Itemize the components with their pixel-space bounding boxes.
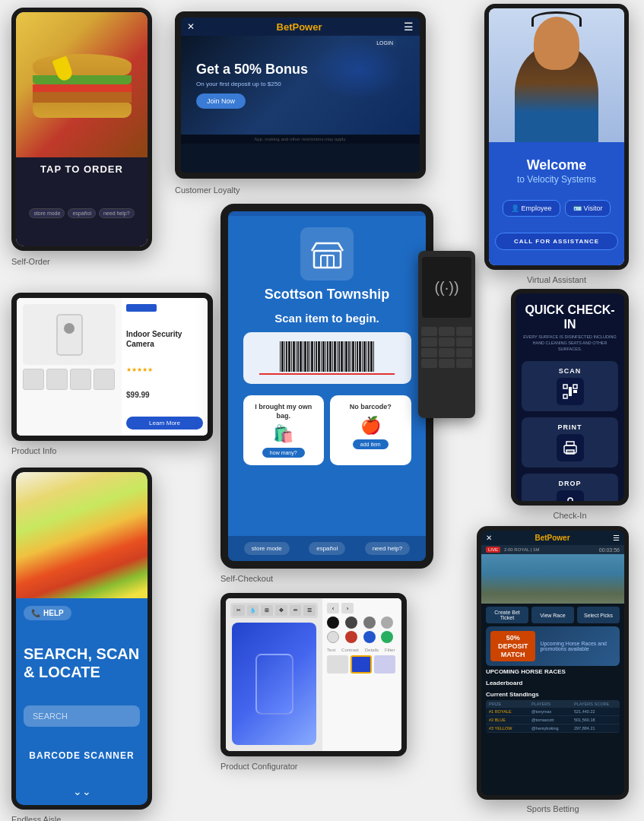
checkin-drop-option[interactable]: DROP xyxy=(522,474,618,501)
deposit-badge: 50% DEPOSIT MATCH xyxy=(490,631,535,661)
sports-race-info: 2:00 ROYAL | 1M xyxy=(504,547,539,552)
terminal-key-0[interactable] xyxy=(439,359,455,368)
config-menu-icon[interactable]: ☰ xyxy=(303,605,316,616)
config-tool-edit[interactable]: ✏ xyxy=(290,605,302,616)
terminal-key-7[interactable] xyxy=(421,348,437,357)
create-bet-ticket-button[interactable]: Create Bet Ticket xyxy=(486,607,528,623)
config-label-text: Text xyxy=(327,648,335,652)
checkin-subtitle: EVERY SURFACE IS DISINFECTED INCLUDING H… xyxy=(522,334,618,352)
espanol-pill[interactable]: español xyxy=(68,208,96,218)
add-item-button[interactable]: add item xyxy=(353,439,389,449)
login-button[interactable]: LOGIN xyxy=(373,39,397,47)
product-images xyxy=(17,298,122,436)
product-thumb-2[interactable] xyxy=(46,369,68,390)
config-dot-3[interactable] xyxy=(363,617,376,629)
config-dot-1[interactable] xyxy=(327,617,339,629)
terminal-key-3[interactable] xyxy=(456,327,472,336)
sports-logo: BetPower xyxy=(535,534,569,542)
scan-label: SCAN xyxy=(559,367,582,375)
product-thumb-3[interactable] xyxy=(70,369,91,390)
sandwich-tomato xyxy=(33,84,132,92)
table-row: #2 BLUE @tomascott 501,560.18 xyxy=(486,716,620,724)
config-thumb-1[interactable] xyxy=(327,655,348,674)
checkout-need-help[interactable]: need help? xyxy=(365,542,411,555)
self-order-device: TAP TO ORDER store mode español need hel… xyxy=(11,8,152,251)
svg-rect-7 xyxy=(573,390,577,393)
bag-icon: 🛍️ xyxy=(273,424,293,444)
config-nav-right[interactable]: › xyxy=(341,603,354,613)
config-tool-expand[interactable]: ⊞ xyxy=(261,605,273,616)
horse-bg xyxy=(313,40,404,100)
checkout-card-bag-text: I brought my own bag. xyxy=(248,403,320,420)
config-tool-crop[interactable]: ✂ xyxy=(233,605,245,616)
config-thumb-2[interactable] xyxy=(351,655,372,674)
leaderboard-title: Leaderboard xyxy=(481,677,624,689)
config-dot-6[interactable] xyxy=(345,631,357,643)
loyalty-label: Customer Loyalty xyxy=(175,185,240,195)
view-race-button[interactable]: View Race xyxy=(531,607,574,623)
how-many-button[interactable]: how many? xyxy=(262,448,305,458)
config-dot-5[interactable] xyxy=(327,631,339,643)
aisle-bottom: 📞 HELP SEARCH, SCAN & LOCATE SEARCH BARC… xyxy=(16,598,148,805)
call-assistance-button[interactable]: CALL FOR ASSISTANCE xyxy=(495,233,618,250)
config-dot-4[interactable] xyxy=(381,617,393,629)
terminal-key-star[interactable] xyxy=(421,359,437,368)
terminal-key-6[interactable] xyxy=(456,338,472,347)
svg-rect-10 xyxy=(566,450,574,454)
va-label: Virtual Assistant xyxy=(484,275,629,284)
scan-icon xyxy=(557,378,584,405)
sports-label: Sports Betting xyxy=(477,804,629,813)
store-mode-pill[interactable]: store mode xyxy=(29,208,65,218)
product-thumb-1[interactable] xyxy=(23,369,44,390)
config-nav: ‹ › xyxy=(327,603,397,613)
checkout-card-nobarcode[interactable]: No barcode? 🍎 add item xyxy=(330,395,411,465)
row1-prize: #1 ROYALE xyxy=(489,709,531,714)
terminal-key-2[interactable] xyxy=(439,327,455,336)
aisle-photo xyxy=(16,472,148,598)
config-label-contrast: Contrast xyxy=(341,648,359,652)
checkout-cards: I brought my own bag. 🛍️ how many? No ba… xyxy=(243,395,411,465)
config-dot-2[interactable] xyxy=(345,617,357,629)
join-now-button[interactable]: Join Now xyxy=(196,94,246,109)
config-tool-drop[interactable]: 💧 xyxy=(247,605,259,616)
svg-rect-4 xyxy=(573,385,577,388)
select-picks-button[interactable]: Select Picks xyxy=(577,607,620,623)
config-dot-8[interactable] xyxy=(381,631,393,643)
checkin-print-option[interactable]: PRINT xyxy=(522,417,618,468)
config-toolbar: ✂ 💧 ⊞ ✥ ✏ ☰ xyxy=(230,603,318,618)
menu-icon[interactable]: ☰ xyxy=(404,21,414,33)
product-brand-logo xyxy=(126,304,157,312)
config-nav-left[interactable]: ‹ xyxy=(327,603,339,613)
config-dot-7[interactable] xyxy=(363,631,376,643)
self-order-food-image xyxy=(16,12,148,157)
terminal-key-9[interactable] xyxy=(456,348,472,357)
need-help-pill[interactable]: need help? xyxy=(99,208,135,218)
product-thumb-4[interactable] xyxy=(94,369,115,390)
employee-button[interactable]: 👤 Employee xyxy=(503,200,560,217)
product-label: Product Info xyxy=(11,446,56,455)
checkout-store-mode[interactable]: store mode xyxy=(244,542,290,555)
terminal-keypad[interactable] xyxy=(418,324,475,371)
terminal-key-1[interactable] xyxy=(421,327,437,336)
close-icon[interactable]: ✕ xyxy=(187,21,195,32)
endless-aisle-device: 📞 HELP SEARCH, SCAN & LOCATE SEARCH BARC… xyxy=(11,468,152,810)
config-thumb-3[interactable] xyxy=(374,655,395,674)
terminal-key-5[interactable] xyxy=(439,338,455,347)
checkin-scan-option[interactable]: SCAN xyxy=(522,361,618,411)
help-badge[interactable]: 📞 HELP xyxy=(24,606,71,620)
aisle-search-box[interactable]: SEARCH xyxy=(24,705,140,727)
checkout-espanol[interactable]: español xyxy=(309,542,345,555)
terminal-key-4[interactable] xyxy=(421,338,437,347)
badge-icon: 🪪 xyxy=(573,204,582,212)
tap-to-order-bar[interactable]: TAP TO ORDER xyxy=(16,157,148,181)
horse-race-visual xyxy=(481,554,624,604)
checkout-card-bag[interactable]: I brought my own bag. 🛍️ how many? xyxy=(243,395,325,465)
config-tool-move[interactable]: ✥ xyxy=(275,605,287,616)
learn-more-button[interactable]: Learn More xyxy=(126,417,203,430)
visitor-button[interactable]: 🪪 Visitor xyxy=(565,200,611,217)
terminal-key-hash[interactable] xyxy=(456,359,472,368)
sports-menu-icon[interactable]: ☰ xyxy=(613,534,620,542)
terminal-key-8[interactable] xyxy=(439,348,455,357)
sports-close-icon[interactable]: ✕ xyxy=(486,534,492,542)
sports-deposit-block: 50% DEPOSIT MATCH Upcoming Horse Races a… xyxy=(486,626,620,666)
